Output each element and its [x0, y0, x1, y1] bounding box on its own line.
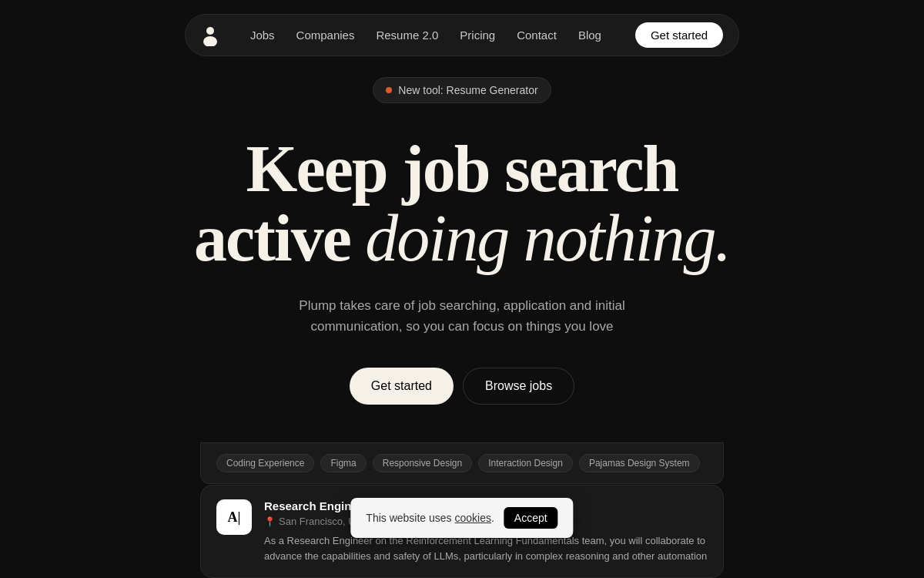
tag-interaction[interactable]: Interaction Design	[478, 454, 573, 472]
cookie-accept-button[interactable]: Accept	[504, 507, 558, 529]
logo-icon	[199, 25, 221, 46]
hero-title-italic: doing nothing.	[365, 201, 730, 275]
tag-coding[interactable]: Coding Experience	[216, 454, 314, 472]
nav-get-started-button[interactable]: Get started	[635, 22, 723, 48]
tag-figma[interactable]: Figma	[320, 454, 366, 472]
nav-companies[interactable]: Companies	[296, 29, 355, 42]
hero-section: New tool: Resume Generator Keep job sear…	[0, 77, 924, 405]
hero-buttons: Get started Browse jobs	[350, 368, 574, 405]
browse-jobs-button[interactable]: Browse jobs	[463, 368, 574, 405]
svg-point-1	[203, 36, 217, 46]
company-initials: A|	[228, 509, 241, 526]
company-logo: A|	[216, 499, 252, 535]
hero-title: Keep job search active doing nothing.	[194, 134, 730, 274]
navbar: Jobs Companies Resume 2.0 Pricing Contac…	[0, 0, 924, 70]
nav-blog[interactable]: Blog	[578, 29, 601, 42]
nav-contact[interactable]: Contact	[517, 29, 557, 42]
tags-strip: Coding Experience Figma Responsive Desig…	[200, 442, 724, 484]
hero-title-line1: Keep job search	[246, 132, 678, 206]
svg-point-0	[206, 27, 214, 35]
hero-subtitle: Plump takes care of job searching, appli…	[270, 295, 654, 337]
nav-resume[interactable]: Resume 2.0	[376, 29, 438, 42]
tag-responsive[interactable]: Responsive Design	[373, 454, 472, 472]
get-started-button[interactable]: Get started	[350, 368, 454, 405]
nav-pricing[interactable]: Pricing	[460, 29, 495, 42]
nav-links: Jobs Companies Resume 2.0 Pricing Contac…	[250, 29, 601, 42]
tag-pajamas[interactable]: Pajamas Design System	[579, 454, 700, 472]
cookies-link[interactable]: cookies	[455, 512, 491, 524]
badge-text: New tool: Resume Generator	[398, 84, 537, 96]
nav-inner: Jobs Companies Resume 2.0 Pricing Contac…	[185, 14, 739, 56]
cookie-banner: This website uses cookies. Accept	[350, 498, 573, 538]
hero-title-line2-normal: active	[194, 201, 365, 275]
logo[interactable]	[198, 23, 223, 48]
badge-dot	[386, 87, 392, 93]
location-pin-icon: 📍	[264, 516, 276, 527]
new-tool-badge[interactable]: New tool: Resume Generator	[373, 77, 551, 103]
nav-jobs[interactable]: Jobs	[250, 29, 275, 42]
cookie-text: This website uses cookies.	[366, 512, 494, 524]
